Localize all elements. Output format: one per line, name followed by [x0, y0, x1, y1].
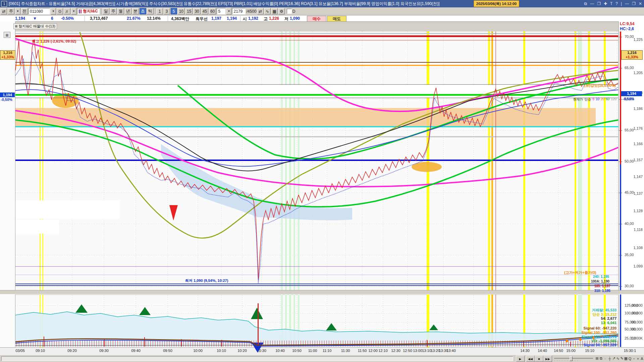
new-window-icon[interactable]: ❐ — [597, 1, 601, 6]
zoom-out-icon[interactable]: − — [632, 356, 636, 361]
period-month-button[interactable]: 월 — [117, 8, 124, 14]
time-tick: 09:40 — [131, 349, 141, 353]
grid-chart-icon[interactable]: ▦ — [624, 356, 628, 361]
restore-icon[interactable]: ❐ — [632, 1, 636, 6]
search-icon[interactable]: ⊙ — [57, 8, 63, 14]
help-icon[interactable]: ? — [615, 1, 618, 6]
play-button[interactable]: ▶ — [516, 356, 525, 362]
time-tick: 10:30 — [257, 349, 266, 353]
interval-5-button[interactable]: 5 — [171, 8, 177, 14]
period-day-button[interactable]: 일 — [103, 8, 109, 14]
speed-slider-handle[interactable] — [570, 356, 573, 361]
interval-30-button[interactable]: 30 — [193, 8, 200, 14]
candle-icon — [79, 9, 82, 13]
interval-45-button[interactable]: 45 — [201, 8, 208, 14]
jun-button[interactable]: 전 — [21, 8, 28, 14]
period-minute-button[interactable]: 분 — [132, 8, 139, 14]
lc-label: LC:9,54 — [620, 21, 634, 26]
mode-switch-icon[interactable]: ⇄ — [1, 8, 7, 14]
crosshair-icon[interactable]: ┼ — [608, 356, 612, 361]
time-tick: 09:20 — [67, 349, 77, 353]
right-axis-label: 55,00 — [625, 128, 634, 132]
left-axis-label: 1,118 — [634, 228, 643, 232]
add-window-icon[interactable]: ⊞ — [595, 356, 599, 361]
interval-15-button[interactable]: 15 — [185, 8, 193, 14]
open-label: 시 — [243, 16, 247, 22]
bar-index-input[interactable]: 2179 — [232, 8, 246, 14]
overlap-windows-icon[interactable]: ⧉ — [599, 356, 603, 361]
app-icon: 1 — [1, 1, 7, 7]
chart-scrollbar[interactable] — [1, 356, 513, 361]
stop-button[interactable]: ■ — [535, 356, 543, 362]
interval-60-button[interactable]: 60 — [209, 8, 216, 14]
d-checkbox[interactable] — [287, 9, 292, 14]
close-icon[interactable]: ✕ — [639, 1, 642, 6]
left-high-badge: 1,216 +1,33% — [0, 50, 15, 60]
buy-button[interactable]: 매수 — [307, 16, 326, 22]
chart-header-label: 형지I&C 매물대 수(13) — [18, 24, 55, 29]
rewind-button[interactable]: ◀◀ — [526, 356, 535, 362]
market-mode-button[interactable]: 주 — [8, 8, 14, 14]
period-year-button[interactable]: 년 — [125, 8, 131, 14]
interval-3-button[interactable]: 3 — [164, 8, 170, 14]
pin-icon[interactable]: ✚ — [604, 1, 607, 6]
speed-slider[interactable] — [554, 358, 593, 359]
toolbar-separator — [155, 8, 155, 14]
compress-icon[interactable]: ≈ — [603, 356, 607, 361]
speed-slider-ticks: ·········· — [554, 359, 593, 362]
time-tick: 10:50 — [292, 349, 302, 353]
left-price-axis — [0, 21, 15, 355]
time-tick: 11:10 — [323, 349, 332, 353]
right-axis-label: 45,00 — [625, 190, 634, 194]
grid-settings-icon[interactable]: ▦ — [4, 32, 10, 38]
period-second-button[interactable]: 초 — [140, 8, 146, 14]
popout-icon[interactable]: ⧉ — [584, 1, 587, 6]
sound-icon[interactable]: ♬ — [64, 8, 70, 14]
time-tick: 13:40 — [446, 349, 456, 353]
time-tick: 15:30:1 — [624, 349, 636, 353]
overlay-value: 240: 1,195 — [593, 275, 609, 279]
ma-legend: 현재가 단순 5 10 20 60 120 — [573, 97, 616, 102]
shade-icon[interactable]: — — [590, 1, 594, 6]
stock-code-input[interactable]: 011080 — [29, 8, 50, 14]
zoom-icon[interactable]: Q — [628, 356, 632, 361]
market-mode-dropdown-icon[interactable]: ▼ — [15, 8, 20, 15]
cursor-time-badge: 2025/03/06(목) 14:12:00 — [474, 0, 519, 7]
indicator-label: 13: 6,041 — [601, 321, 616, 325]
interval-10-button[interactable]: 10 — [178, 8, 185, 14]
chart-header-chip[interactable]: 형지I&C 매물대 수(13) — [13, 23, 57, 29]
tick-count-dropdown-icon[interactable]: ▼ — [226, 8, 231, 15]
forward-button[interactable]: ▶▶ — [543, 356, 552, 362]
zoom-in-icon[interactable]: + — [636, 356, 640, 361]
high-price: 1,226 — [269, 16, 279, 21]
time-tick: 11:50 — [358, 349, 367, 353]
settings-gear-icon[interactable]: ⚙ — [278, 8, 285, 14]
time-tick: 15:10 — [585, 349, 594, 353]
interval-1-button[interactable]: 1 — [157, 8, 163, 14]
sell-button[interactable]: 매도 — [327, 16, 346, 22]
draw-icon[interactable]: ✎ — [620, 356, 624, 361]
zigzag-icon[interactable]: ∿ — [264, 8, 271, 14]
save-icon[interactable]: ▦ — [271, 8, 278, 14]
compare-icon[interactable]: ⇄ — [257, 8, 264, 14]
text-tool-icon[interactable]: A — [640, 356, 644, 361]
period-week-button[interactable]: 주 — [110, 8, 117, 14]
sound-dropdown-icon[interactable]: ▼ — [71, 8, 76, 15]
font-icon[interactable]: T — [610, 1, 612, 6]
time-tick: 13:00 — [413, 349, 422, 353]
right-axis-label: 70,00 — [625, 35, 634, 39]
tick-count-select[interactable]: 5 — [217, 8, 225, 14]
stock-name: 형지I&C — [83, 8, 98, 14]
volume-left-label: 1,000K — [631, 336, 643, 340]
high-label: 고 — [264, 16, 268, 22]
minimize-icon[interactable]: — — [625, 1, 629, 6]
best-label: 최우선 — [196, 16, 208, 22]
turnover-pct: 21.67% — [127, 16, 141, 21]
wave-tool-icon[interactable]: ∿ — [616, 356, 620, 361]
volume-left-label: 00,000 — [631, 327, 643, 331]
signal-150-label: Signal 150: -960,770 — [581, 335, 616, 339]
time-axis[interactable]: 03/05 09:10 09:20 09:30 09:40 09:50 10:0… — [0, 347, 644, 355]
trendline-icon[interactable]: ↗ — [612, 356, 616, 361]
code-dropdown-icon[interactable]: ▼ — [51, 8, 56, 15]
period-tick-button[interactable]: 틱 — [147, 8, 154, 14]
